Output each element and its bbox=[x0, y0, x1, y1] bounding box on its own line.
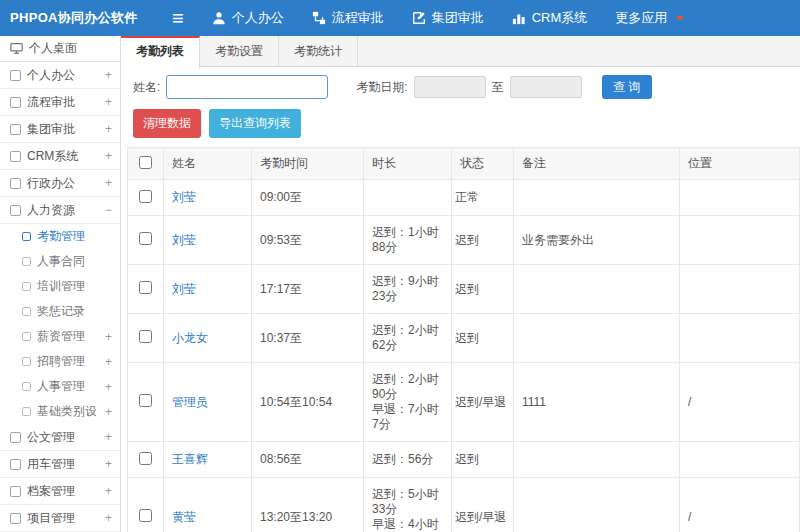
nav-crm-system[interactable]: CRM系统 bbox=[498, 0, 602, 36]
duration-cell: 迟到：1小时88分 bbox=[364, 216, 452, 265]
row-checkbox-cell bbox=[128, 478, 164, 532]
employee-name-link[interactable]: 刘莹 bbox=[172, 282, 196, 296]
sidebar-subitem[interactable]: 招聘管理+ bbox=[0, 349, 120, 374]
expand-toggle-icon[interactable]: + bbox=[102, 95, 112, 109]
sidebar-subitem[interactable]: 考勤管理 bbox=[0, 224, 120, 249]
name-cell: 王喜辉 bbox=[164, 442, 252, 478]
menu-toggle-icon[interactable]: ≡ bbox=[158, 0, 198, 36]
menu-icon bbox=[10, 459, 21, 470]
expand-toggle-icon[interactable]: + bbox=[102, 380, 112, 394]
employee-name-link[interactable]: 刘莹 bbox=[172, 233, 196, 247]
menu-icon bbox=[10, 97, 21, 108]
sidebar-item[interactable]: 行政办公+ bbox=[0, 170, 120, 197]
sidebar-item[interactable]: 集团审批+ bbox=[0, 116, 120, 143]
sidebar-subitem[interactable]: 人事合同 bbox=[0, 249, 120, 274]
row-checkbox[interactable] bbox=[139, 330, 152, 343]
employee-name-link[interactable]: 刘莹 bbox=[172, 190, 196, 204]
expand-toggle-icon[interactable]: + bbox=[102, 149, 112, 163]
sidebar-item[interactable]: 档案管理+ bbox=[0, 478, 120, 505]
app-logo: PHPOA协同办公软件 bbox=[0, 9, 158, 27]
status-cell: 迟到 bbox=[452, 216, 514, 265]
status-cell: 迟到 bbox=[452, 265, 514, 314]
expand-toggle-icon[interactable]: + bbox=[102, 484, 112, 498]
sidebar-subitem-label: 人事管理 bbox=[37, 378, 96, 395]
name-filter-label: 姓名: bbox=[133, 79, 160, 96]
sidebar-item[interactable]: CRM系统+ bbox=[0, 143, 120, 170]
table-row: 王喜辉08:56至迟到：56分迟到 bbox=[128, 442, 800, 478]
employee-name-link[interactable]: 黄莹 bbox=[172, 510, 196, 524]
tab-attendance-list[interactable]: 考勤列表 bbox=[121, 36, 200, 68]
sidebar-item[interactable]: 人力资源− bbox=[0, 197, 120, 224]
nav-more-apps[interactable]: 更多应用 bbox=[601, 0, 698, 36]
tab-attendance-stats[interactable]: 考勤统计 bbox=[279, 36, 358, 66]
row-checkbox[interactable] bbox=[139, 190, 152, 203]
attendance-time-cell: 08:56至 bbox=[252, 442, 364, 478]
sidebar-subitem[interactable]: 奖惩记录 bbox=[0, 299, 120, 324]
row-checkbox-cell bbox=[128, 265, 164, 314]
sidebar-item-label: 项目管理 bbox=[27, 510, 96, 527]
row-checkbox[interactable] bbox=[139, 281, 152, 294]
column-header: 时长 bbox=[364, 148, 452, 180]
name-filter-input[interactable] bbox=[166, 75, 328, 99]
table-row: 刘莹09:00至正常 bbox=[128, 180, 800, 216]
row-checkbox-cell bbox=[128, 442, 164, 478]
submenu-icon bbox=[22, 282, 31, 291]
sidebar-item[interactable]: 项目管理+ bbox=[0, 505, 120, 532]
sidebar-subitem[interactable]: 基础类别设置+ bbox=[0, 399, 120, 424]
employee-name-link[interactable]: 小龙女 bbox=[172, 331, 208, 345]
row-checkbox[interactable] bbox=[139, 452, 152, 465]
row-checkbox[interactable] bbox=[139, 232, 152, 245]
duration-cell: 迟到：2小时90分 早退：7小时7分 bbox=[364, 363, 452, 442]
attendance-time-cell: 13:20至13:20 bbox=[252, 478, 364, 532]
sidebar-item-label: 集团审批 bbox=[27, 121, 96, 138]
attendance-time-cell: 10:37至 bbox=[252, 314, 364, 363]
tab-strip: 考勤列表 考勤设置 考勤统计 bbox=[121, 36, 800, 67]
nav-workflow-approval[interactable]: 流程审批 bbox=[298, 0, 398, 36]
edit-icon bbox=[412, 11, 426, 25]
sidebar-item[interactable]: 用车管理+ bbox=[0, 451, 120, 478]
status-cell: 迟到 bbox=[452, 314, 514, 363]
attendance-table: 姓名考勤时间时长状态备注位置 刘莹09:00至正常刘莹09:53至迟到：1小时8… bbox=[127, 147, 800, 532]
sidebar-item[interactable]: 流程审批+ bbox=[0, 89, 120, 116]
expand-toggle-icon[interactable]: + bbox=[102, 176, 112, 190]
sidebar-item-label: 用车管理 bbox=[27, 456, 96, 473]
sidebar-item[interactable]: 个人办公+ bbox=[0, 62, 120, 89]
expand-toggle-icon[interactable]: + bbox=[102, 330, 112, 344]
row-checkbox[interactable] bbox=[139, 509, 152, 522]
note-cell: 1111 bbox=[514, 363, 680, 442]
row-checkbox[interactable] bbox=[139, 394, 152, 407]
clear-data-button[interactable]: 清理数据 bbox=[133, 109, 201, 138]
name-cell: 刘莹 bbox=[164, 216, 252, 265]
location-cell bbox=[680, 442, 800, 478]
sidebar-item-desktop[interactable]: 个人桌面 bbox=[0, 36, 120, 62]
table-row: 小龙女10:37至迟到：2小时62分迟到 bbox=[128, 314, 800, 363]
chart-icon bbox=[512, 11, 526, 25]
select-all-checkbox[interactable] bbox=[139, 156, 152, 169]
sidebar-subitem[interactable]: 薪资管理+ bbox=[0, 324, 120, 349]
date-from-input[interactable] bbox=[414, 76, 486, 98]
expand-toggle-icon[interactable]: + bbox=[102, 457, 112, 471]
expand-toggle-icon[interactable]: + bbox=[102, 511, 112, 525]
sidebar-subitem[interactable]: 人事管理+ bbox=[0, 374, 120, 399]
sidebar-item[interactable]: 公文管理+ bbox=[0, 424, 120, 451]
sidebar-subitem[interactable]: 培训管理 bbox=[0, 274, 120, 299]
expand-toggle-icon[interactable]: + bbox=[102, 355, 112, 369]
menu-icon bbox=[10, 151, 21, 162]
nav-personal-office[interactable]: 个人办公 bbox=[198, 0, 298, 36]
location-cell: / bbox=[680, 478, 800, 532]
employee-name-link[interactable]: 管理员 bbox=[172, 395, 208, 409]
employee-name-link[interactable]: 王喜辉 bbox=[172, 452, 208, 466]
expand-toggle-icon[interactable]: + bbox=[102, 405, 112, 419]
expand-toggle-icon[interactable]: + bbox=[102, 430, 112, 444]
nav-group-approval[interactable]: 集团审批 bbox=[398, 0, 498, 36]
expand-toggle-icon[interactable]: + bbox=[102, 68, 112, 82]
flow-icon bbox=[312, 11, 326, 25]
menu-icon bbox=[10, 124, 21, 135]
query-button[interactable]: 查 询 bbox=[602, 75, 652, 99]
tab-attendance-settings[interactable]: 考勤设置 bbox=[200, 36, 279, 66]
expand-toggle-icon[interactable]: − bbox=[102, 203, 112, 217]
date-to-input[interactable] bbox=[510, 76, 582, 98]
expand-toggle-icon[interactable]: + bbox=[102, 122, 112, 136]
attendance-time-cell: 17:17至 bbox=[252, 265, 364, 314]
export-list-button[interactable]: 导出查询列表 bbox=[209, 109, 301, 138]
